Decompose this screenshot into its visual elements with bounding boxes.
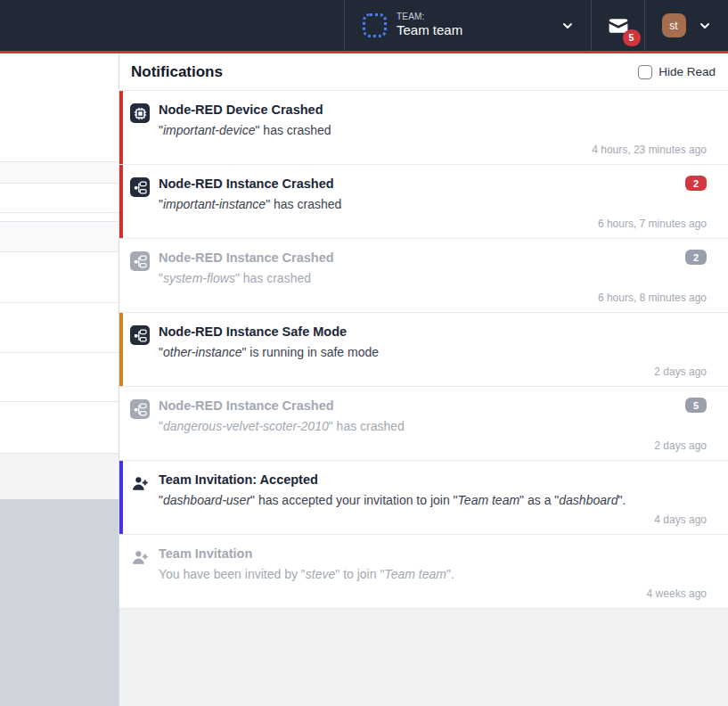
user-add-icon (130, 473, 150, 493)
team-name: Team team (397, 22, 551, 39)
chevron-down-icon (560, 19, 575, 33)
notification-accent-bar (119, 165, 123, 238)
notification-title: Team Invitation (159, 545, 707, 564)
instance-flow-icon (130, 251, 150, 271)
notification-title: Node-RED Instance Crashed (159, 397, 707, 416)
notification-count-badge: 2 (685, 250, 707, 265)
notification-item[interactable]: Node-RED Device Crashed "important-devic… (119, 91, 728, 165)
notification-title: Node-RED Instance Safe Mode (159, 323, 707, 342)
top-navbar: TEAM: Team team 5 st (0, 0, 728, 51)
notification-timestamp: 2 days ago (654, 365, 707, 378)
notification-timestamp: 4 hours, 23 minutes ago (592, 144, 707, 156)
notification-title: Node-RED Device Crashed (159, 101, 707, 120)
instance-flow-icon (130, 325, 150, 345)
notification-body: "dangerous-velvet-scoter-2010" has crash… (159, 418, 707, 436)
mail-icon: 5 (604, 14, 633, 37)
notification-body: "important-device" has crashed (159, 122, 707, 140)
notifications-panel-header: Notifications Hide Read (119, 53, 728, 90)
notification-body: "system-flows" has crashed (159, 270, 707, 288)
notification-item[interactable]: Node-RED Instance Crashed "important-ins… (119, 165, 728, 239)
notification-title: Node-RED Instance Crashed (159, 249, 707, 268)
hide-read-toggle[interactable]: Hide Read (638, 65, 716, 79)
notifications-panel: Notifications Hide Read Node-RED Device … (119, 53, 728, 706)
hide-read-checkbox[interactable] (638, 65, 652, 79)
notification-accent-bar (119, 91, 123, 164)
instance-flow-icon (130, 399, 150, 419)
notification-item[interactable]: Team Invitation You have been invited by… (119, 535, 728, 609)
avatar: st (662, 13, 686, 37)
notification-timestamp: 4 days ago (654, 513, 707, 526)
notification-item[interactable]: Node-RED Instance Crashed "dangerous-vel… (119, 387, 728, 461)
screen: TEAM: Team team 5 st (0, 0, 728, 706)
navbar-accent-line (0, 51, 728, 53)
notification-title: Node-RED Instance Crashed (159, 175, 707, 194)
panel-title: Notifications (131, 63, 223, 81)
notification-item[interactable]: Team Invitation: Accepted "dashboard-use… (119, 461, 728, 535)
unread-count-badge: 5 (623, 29, 641, 46)
chevron-down-icon (698, 19, 712, 33)
main-area: Notifications Hide Read Node-RED Device … (0, 53, 728, 706)
notification-list: Node-RED Device Crashed "important-devic… (119, 90, 728, 609)
team-switcher-text: TEAM: Team team (397, 12, 551, 39)
team-switcher[interactable]: TEAM: Team team (344, 0, 591, 51)
hide-read-label: Hide Read (658, 65, 716, 78)
notification-body: "dashboard-user" has accepted your invit… (159, 492, 707, 510)
notification-timestamp: 6 hours, 8 minutes ago (598, 291, 707, 304)
notification-item[interactable]: Node-RED Instance Crashed "system-flows"… (119, 239, 728, 313)
user-menu[interactable]: st (644, 0, 728, 51)
team-icon (363, 13, 387, 37)
notification-body: "important-instance" has crashed (159, 196, 707, 214)
notification-timestamp: 4 weeks ago (647, 587, 707, 600)
notification-accent-bar (119, 461, 123, 534)
navbar-spacer (0, 0, 344, 51)
notification-timestamp: 2 days ago (654, 439, 707, 452)
notification-count-badge: 2 (685, 176, 707, 191)
notification-body: You have been invited by "steve" to join… (159, 566, 707, 584)
team-label: TEAM: (397, 12, 551, 23)
user-add-icon (130, 547, 150, 567)
notifications-bell-button[interactable]: 5 (591, 0, 644, 51)
notification-timestamp: 6 hours, 7 minutes ago (598, 218, 707, 230)
instance-flow-icon (130, 177, 150, 197)
notification-count-badge: 5 (685, 398, 707, 413)
notification-body: "other-instance" is running in safe mode (159, 344, 707, 362)
device-chip-icon (130, 103, 150, 123)
notification-item[interactable]: Node-RED Instance Safe Mode "other-insta… (119, 313, 728, 387)
notification-title: Team Invitation: Accepted (159, 471, 707, 490)
notification-accent-bar (119, 313, 123, 386)
